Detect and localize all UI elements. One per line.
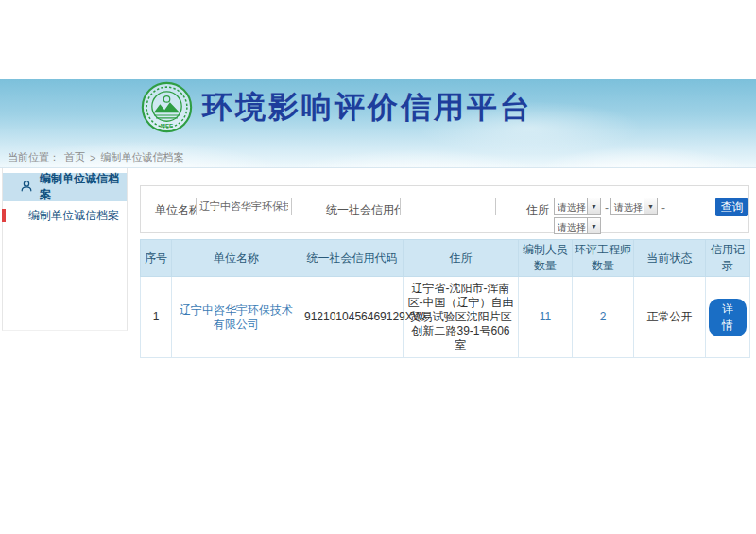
col-status: 当前状态 bbox=[634, 240, 706, 277]
col-address: 住所 bbox=[404, 240, 519, 277]
site-banner: MEE 环境影响评价信用平台 当前位置： 首页 > 编制单位诚信档案 bbox=[0, 79, 756, 167]
col-engineer-count: 环评工程师数量 bbox=[573, 240, 634, 277]
user-icon bbox=[20, 180, 33, 196]
city-select[interactable]: 请选择 ▼ bbox=[610, 198, 658, 215]
sidebar-item-archives[interactable]: 编制单位诚信档案 bbox=[3, 201, 127, 231]
breadcrumb-home-link[interactable]: 首页 bbox=[64, 150, 85, 164]
sidebar: 编制单位诚信档案 编制单位诚信档案 bbox=[2, 168, 128, 331]
detail-button[interactable]: 详情 bbox=[709, 299, 747, 336]
row-index: 1 bbox=[141, 277, 172, 358]
page: MEE 环境影响评价信用平台 当前位置： 首页 > 编制单位诚信档案 编制单位诚… bbox=[0, 0, 756, 534]
results-table: 序号 单位名称 统一社会信用代码 住所 编制人员数量 环评工程师数量 当前状态 … bbox=[140, 239, 750, 358]
breadcrumb-current: 编制单位诚信档案 bbox=[100, 150, 183, 164]
staff-count-link[interactable]: 11 bbox=[540, 310, 551, 323]
engineer-count-link[interactable]: 2 bbox=[600, 310, 607, 323]
credit-code-input[interactable] bbox=[400, 198, 496, 215]
address-dash: - bbox=[662, 201, 665, 215]
city-select-value: 请选择 bbox=[611, 198, 644, 214]
active-item-marker bbox=[2, 209, 6, 222]
sidebar-section-archives[interactable]: 编制单位诚信档案 bbox=[3, 173, 127, 201]
province-select-value: 请选择 bbox=[555, 198, 587, 214]
sidebar-section-label: 编制单位诚信档案 bbox=[40, 171, 127, 203]
col-unit-name: 单位名称 bbox=[172, 240, 301, 277]
credit-code-value: 9121010456469129XW bbox=[301, 277, 404, 358]
district-select-value: 请选择 bbox=[555, 218, 587, 233]
table-row: 1 辽宁中咨华宇环保技术有限公司 9121010456469129XW 辽宁省-… bbox=[141, 277, 750, 358]
col-credit-code: 统一社会信用代码 bbox=[301, 240, 404, 277]
address-value: 辽宁省-沈阳市-浑南区-中国（辽宁）自由贸易试验区沈阳片区创新二路39-1号60… bbox=[404, 277, 519, 358]
site-title: 环境影响评价信用平台 bbox=[202, 87, 533, 129]
table-header-row: 序号 单位名称 统一社会信用代码 住所 编制人员数量 环评工程师数量 当前状态 … bbox=[141, 240, 750, 277]
unit-name-link[interactable]: 辽宁中咨华宇环保技术有限公司 bbox=[180, 303, 293, 331]
unit-name-input[interactable] bbox=[196, 198, 292, 215]
col-credit-record: 信用记录 bbox=[706, 240, 750, 277]
brand: MEE 环境影响评价信用平台 bbox=[140, 80, 533, 134]
search-button[interactable]: 查询 bbox=[715, 198, 748, 216]
breadcrumb-separator: > bbox=[90, 152, 95, 164]
district-select[interactable]: 请选择 ▼ bbox=[554, 217, 601, 234]
address-dash: - bbox=[605, 201, 609, 215]
logo-text: MEE bbox=[161, 122, 173, 129]
col-index: 序号 bbox=[141, 240, 172, 277]
status-value: 正常公开 bbox=[634, 277, 706, 358]
chevron-down-icon: ▼ bbox=[587, 218, 600, 233]
breadcrumb-prefix: 当前位置： bbox=[8, 150, 60, 164]
search-filter-panel: 单位名称 ： 统一社会信用代码 ： 住所 ： 请选择 ▼ - 请选择 ▼ - 请… bbox=[140, 185, 749, 233]
chevron-down-icon: ▼ bbox=[587, 198, 600, 214]
mee-logo-icon: MEE bbox=[140, 80, 194, 134]
province-select[interactable]: 请选择 ▼ bbox=[554, 198, 601, 215]
chevron-down-icon: ▼ bbox=[644, 198, 657, 214]
breadcrumb: 当前位置： 首页 > 编制单位诚信档案 bbox=[8, 150, 183, 164]
col-staff-count: 编制人员数量 bbox=[519, 240, 573, 277]
sidebar-item-label: 编制单位诚信档案 bbox=[28, 208, 119, 224]
